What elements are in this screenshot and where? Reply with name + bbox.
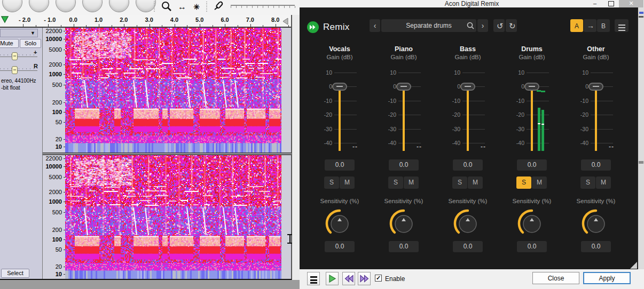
timeline-label: - 2.0 xyxy=(19,17,30,23)
microphone-icon[interactable] xyxy=(211,0,225,14)
sensitivity-value[interactable]: 0.0 xyxy=(453,241,483,252)
channel-strip: Bass Gain (dB) 100-10-20-30-40 -- 0.0 S … xyxy=(436,37,500,257)
scale-tick-label: 10 xyxy=(500,69,524,76)
sensitivity-knob[interactable] xyxy=(581,208,611,238)
meter-no-signal: -- xyxy=(481,143,486,150)
fit-selection-icon[interactable]: ↔ xyxy=(175,1,189,13)
sensitivity-knob[interactable] xyxy=(325,208,355,238)
transport-button[interactable] xyxy=(56,0,76,12)
ab-compare-a-button[interactable]: A xyxy=(570,19,583,32)
gain-value[interactable]: 0.0 xyxy=(517,159,547,171)
ab-copy-arrow-button[interactable]: → xyxy=(584,19,596,32)
gain-fader[interactable]: 100-10-20-30-40 -- xyxy=(436,68,500,152)
gain-value[interactable]: 0.0 xyxy=(453,159,483,171)
rewind-button[interactable] xyxy=(342,272,355,285)
gain-value[interactable]: 0.0 xyxy=(325,159,355,171)
timeline-ruler[interactable]: - 2.0- 1.00.01.02.03.04.05.06.07.08.09.0 xyxy=(0,15,300,27)
sensitivity-value[interactable]: 0.0 xyxy=(581,241,611,252)
strip-gain-label: Gain (dB) xyxy=(436,54,500,60)
input-level-slider[interactable] xyxy=(231,5,295,6)
pan-slider-thumb[interactable] xyxy=(12,66,18,74)
plugin-menu-button[interactable] xyxy=(615,19,629,32)
scale-tick-line xyxy=(462,73,485,73)
fader-handle[interactable] xyxy=(396,83,411,91)
enable-checkbox[interactable]: ✓ xyxy=(375,275,382,282)
solo-button[interactable]: S xyxy=(388,176,403,189)
gain-fader[interactable]: 100-10-20-30-40 xyxy=(500,68,564,152)
zoom-tool-icon[interactable] xyxy=(160,1,173,13)
frequency-label: 10 xyxy=(41,271,62,277)
gain-fader[interactable]: 100-10-20-30-40 -- xyxy=(308,68,372,152)
sensitivity-knob[interactable] xyxy=(453,208,483,238)
timeline-scroll-arrow-icon[interactable] xyxy=(282,18,289,25)
select-button[interactable]: Select xyxy=(1,269,29,278)
preset-field[interactable]: Separate drums xyxy=(381,19,476,32)
fader-handle[interactable] xyxy=(524,83,539,91)
transport-button[interactable] xyxy=(2,0,22,12)
transport-button[interactable] xyxy=(136,0,156,12)
gain-fader[interactable]: 100-10-20-30-40 -- xyxy=(372,68,436,152)
transport-button[interactable] xyxy=(109,0,129,12)
effect-menu-button[interactable] xyxy=(307,272,320,285)
mute-button[interactable]: M xyxy=(596,176,611,189)
gain-value[interactable]: 0.0 xyxy=(581,159,611,171)
close-window-button[interactable]: ✕ xyxy=(619,0,643,7)
mute-button[interactable]: M xyxy=(532,176,547,189)
track-separator[interactable] xyxy=(42,152,292,155)
gain-slider-thumb[interactable] xyxy=(12,52,18,60)
fader-handle[interactable] xyxy=(588,83,603,91)
timeline-play-marker-icon[interactable] xyxy=(1,16,9,24)
scale-tick-label: 10 xyxy=(308,69,332,76)
meter-rms-mark xyxy=(538,123,540,124)
play-button[interactable] xyxy=(326,272,339,285)
preset-forward-button[interactable]: › xyxy=(477,19,488,32)
apply-button[interactable]: Apply xyxy=(583,272,631,284)
audacity-toolbar: ↔ ✳ xyxy=(0,0,300,15)
frequency-ruler-track2[interactable]: 2200010000500020001000500200100502010 xyxy=(42,155,66,280)
mute-button[interactable]: M xyxy=(404,176,419,189)
preset-back-button[interactable]: ‹ xyxy=(370,19,380,32)
scale-tick-label: 0 xyxy=(308,83,332,90)
gain-fader[interactable]: 100-10-20-30-40 -- xyxy=(564,68,628,152)
fader-handle[interactable] xyxy=(460,83,475,91)
ab-compare-b-button[interactable]: B xyxy=(597,19,610,32)
timeline-label: 0.0 xyxy=(69,17,77,23)
close-button[interactable]: Close xyxy=(532,272,579,284)
transport-button[interactable] xyxy=(29,0,49,12)
solo-button[interactable]: S xyxy=(324,176,339,189)
pan-slider[interactable] xyxy=(0,70,37,71)
sensitivity-knob[interactable] xyxy=(389,208,419,238)
resize-grip[interactable] xyxy=(630,262,637,269)
search-icon[interactable] xyxy=(466,21,475,30)
mute-button[interactable]: M xyxy=(340,176,355,189)
sensitivity-value[interactable]: 0.0 xyxy=(389,241,419,252)
sensitivity-knob[interactable] xyxy=(517,208,547,238)
gain-value[interactable]: 0.0 xyxy=(389,159,419,171)
solo-button[interactable]: S xyxy=(452,176,467,189)
solo-button[interactable]: Solo xyxy=(20,39,41,48)
toolbar-grip[interactable] xyxy=(206,2,207,13)
frequency-label: 2000 xyxy=(41,61,62,68)
redo-button[interactable]: ↻ xyxy=(506,19,517,32)
solo-button[interactable]: S xyxy=(516,176,531,189)
sensitivity-value[interactable]: 0.0 xyxy=(517,241,547,252)
mute-button[interactable]: M xyxy=(468,176,483,189)
timeline-label: - 1.0 xyxy=(44,17,56,23)
fit-project-icon[interactable]: ✳ xyxy=(190,1,203,13)
transport-button[interactable] xyxy=(82,0,103,12)
fader-handle[interactable] xyxy=(332,83,347,91)
dialog-titlebar[interactable]: Acon Digital Remix – ✕ xyxy=(300,0,644,8)
gain-slider[interactable] xyxy=(0,57,37,57)
undo-button[interactable]: ↺ xyxy=(493,19,505,32)
spectrogram-track2[interactable] xyxy=(65,155,281,280)
toolbar-grip[interactable] xyxy=(154,2,155,13)
maximize-button[interactable] xyxy=(604,0,618,7)
spectrogram-track1[interactable] xyxy=(65,28,281,152)
solo-button[interactable]: S xyxy=(580,176,595,189)
frequency-ruler-track1[interactable]: 2200010000500020001000500200100502010 xyxy=(42,28,66,152)
minimize-button[interactable]: – xyxy=(588,0,602,7)
sensitivity-value[interactable]: 0.0 xyxy=(325,241,355,252)
track-name-dropdown[interactable]: ▼ xyxy=(0,29,38,37)
mute-button[interactable]: Mute xyxy=(0,39,19,48)
fast-forward-button[interactable] xyxy=(358,272,371,285)
